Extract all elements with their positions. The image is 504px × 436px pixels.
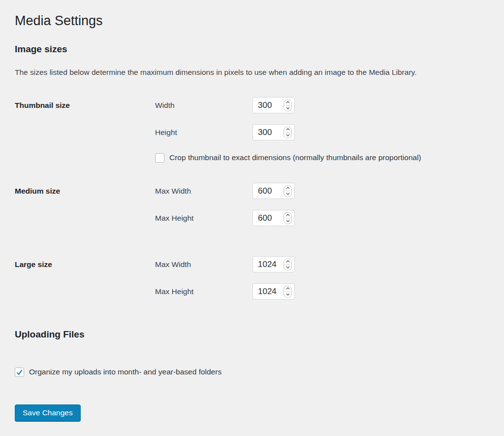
medium-max-height-input[interactable] [253, 213, 279, 223]
medium-max-width-input-box [252, 183, 295, 199]
large-max-width-label: Max Width [155, 260, 252, 269]
image-sizes-heading: Image sizes [15, 43, 489, 55]
uploading-files-heading: Uploading Files [15, 329, 489, 340]
large-max-height-field: Max Height [155, 283, 489, 300]
medium-max-height-stepper[interactable] [284, 212, 292, 224]
save-changes-button[interactable]: Save Changes [15, 404, 81, 421]
checkmark-icon [16, 369, 23, 376]
stepper-down-icon[interactable] [284, 292, 291, 297]
thumbnail-height-stepper[interactable] [284, 127, 292, 138]
large-max-width-input[interactable] [253, 260, 279, 269]
thumbnail-width-field: Width [155, 97, 489, 113]
organize-uploads-checkbox[interactable] [15, 368, 24, 377]
media-settings-page: Media Settings Image sizes The sizes lis… [0, 0, 504, 436]
large-max-width-stepper[interactable] [284, 259, 292, 270]
thumbnail-height-field: Height [155, 124, 489, 140]
organize-uploads-label[interactable]: Organize my uploads into month- and year… [29, 367, 221, 377]
medium-max-height-field: Max Height [155, 210, 489, 226]
medium-max-width-field: Max Width [155, 183, 489, 199]
stepper-up-icon[interactable] [284, 186, 291, 191]
large-max-width-field: Max Width [155, 256, 489, 272]
medium-max-width-stepper[interactable] [284, 185, 292, 197]
image-sizes-description: The sizes listed below determine the max… [15, 67, 489, 77]
medium-max-width-input[interactable] [253, 186, 279, 196]
large-max-height-input-box [252, 283, 295, 300]
crop-thumbnail-checkbox[interactable] [155, 153, 164, 163]
form-actions: Save Changes [15, 404, 489, 421]
stepper-up-icon[interactable] [284, 127, 291, 133]
stepper-up-icon[interactable] [284, 213, 291, 218]
crop-thumbnail-label[interactable]: Crop thumbnail to exact dimensions (norm… [169, 152, 421, 163]
large-size-label: Large size [15, 256, 155, 269]
large-max-height-stepper[interactable] [284, 286, 292, 298]
large-max-height-input[interactable] [253, 287, 279, 297]
stepper-up-icon[interactable] [284, 100, 291, 105]
thumbnail-width-stepper[interactable] [284, 100, 292, 111]
medium-max-height-label: Max Height [155, 213, 252, 223]
page-title: Media Settings [15, 13, 489, 29]
thumbnail-size-row: Thumbnail size Width Height [15, 97, 489, 163]
stepper-down-icon[interactable] [284, 105, 291, 111]
organize-uploads-row: Organize my uploads into month- and year… [15, 367, 489, 377]
stepper-up-icon[interactable] [284, 286, 291, 292]
stepper-down-icon[interactable] [284, 265, 291, 270]
large-max-height-label: Max Height [155, 287, 252, 296]
medium-size-row: Medium size Max Width Max Height [15, 183, 489, 226]
stepper-up-icon[interactable] [284, 259, 291, 265]
thumbnail-size-label: Thumbnail size [15, 97, 155, 110]
thumbnail-width-input[interactable] [253, 101, 279, 110]
stepper-down-icon[interactable] [284, 218, 291, 224]
crop-thumbnail-row: Crop thumbnail to exact dimensions (norm… [155, 152, 489, 163]
thumbnail-height-input-box [252, 124, 295, 140]
thumbnail-height-label: Height [155, 128, 252, 137]
large-max-width-input-box [252, 256, 295, 272]
medium-size-label: Medium size [15, 183, 155, 196]
thumbnail-height-input[interactable] [253, 128, 279, 137]
medium-max-width-label: Max Width [155, 186, 252, 196]
thumbnail-width-input-box [252, 97, 295, 113]
stepper-down-icon[interactable] [284, 133, 291, 138]
thumbnail-width-label: Width [155, 101, 252, 110]
stepper-down-icon[interactable] [284, 191, 291, 197]
medium-max-height-input-box [252, 210, 295, 226]
large-size-row: Large size Max Width Max Height [15, 256, 489, 300]
